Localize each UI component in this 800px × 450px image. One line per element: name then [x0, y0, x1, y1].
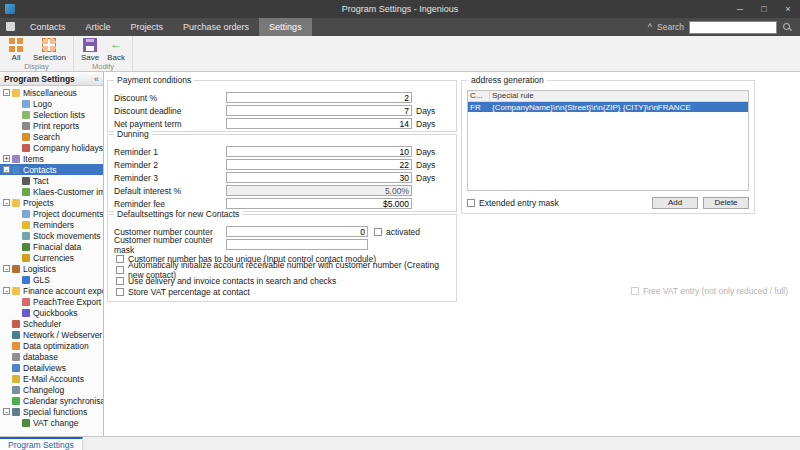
tree-item-project-documents[interactable]: Project documents: [0, 208, 103, 219]
printer-icon: [22, 122, 30, 130]
tree-item-stock-movements[interactable]: Stock movements: [0, 230, 103, 241]
customer-number-counter-input[interactable]: [226, 226, 368, 237]
customer-number-has-to-be-unique-input-c-checkbox[interactable]: [116, 255, 124, 263]
tree-item-logistics[interactable]: -Logistics: [0, 263, 103, 274]
tree-item-scheduler[interactable]: Scheduler: [0, 318, 103, 329]
all-button[interactable]: All: [3, 37, 29, 62]
search-input[interactable]: [689, 21, 777, 34]
expander-icon[interactable]: -: [3, 199, 10, 206]
tree-item-vat-change[interactable]: VAT change: [0, 417, 103, 428]
tree-item-label: Scheduler: [23, 319, 61, 329]
tree-item-contacts[interactable]: -Contacts: [0, 164, 103, 175]
tree-item-finance-account-export[interactable]: -Finance account export: [0, 285, 103, 296]
minimize-button[interactable]: ─: [728, 0, 752, 18]
tree-item-finacial-data[interactable]: Finacial data: [0, 241, 103, 252]
tree-item-search[interactable]: Search: [0, 131, 103, 142]
tree-item-label: E-Mail Accounts: [23, 374, 84, 384]
menu-tab-article[interactable]: Article: [76, 18, 121, 36]
default-interest-input[interactable]: [226, 185, 412, 196]
tree-item-miscellaneous[interactable]: -Miscellaneous: [0, 87, 103, 98]
delete-button[interactable]: Delete: [703, 197, 749, 209]
address-rule-row-fr[interactable]: FR{CompanyName}\r\n{Street}\r\n{ZIP} {CI…: [468, 102, 748, 112]
quickbooks-icon: [22, 309, 30, 317]
tree-item-label: Finacial data: [33, 242, 81, 252]
discount-deadline-input[interactable]: [226, 105, 412, 116]
tree-item-selection-lists[interactable]: Selection lists: [0, 109, 103, 120]
save-button[interactable]: Save: [77, 37, 103, 62]
reminder-fee-input[interactable]: [226, 198, 412, 209]
reminder-1-input[interactable]: [226, 146, 412, 157]
expander-spacer: [3, 353, 10, 360]
expander-spacer: [13, 254, 20, 261]
tree-item-logo[interactable]: Logo: [0, 98, 103, 109]
expander-spacer: [3, 331, 10, 338]
collapse-ribbon-icon[interactable]: ^: [648, 22, 652, 32]
ribbon-button-label: All: [12, 53, 21, 62]
discount-input[interactable]: [226, 92, 412, 103]
expander-icon[interactable]: -: [3, 408, 10, 415]
expander-icon[interactable]: -: [3, 166, 10, 173]
phone-icon: [22, 177, 30, 185]
settings-tree: -MiscellaneousLogoSelection listsPrint r…: [0, 86, 103, 436]
tree-item-company-holidays[interactable]: Company holidays: [0, 142, 103, 153]
tree-item-quickbooks[interactable]: Quickbooks: [0, 307, 103, 318]
tree-item-detailviews[interactable]: Detailviews: [0, 362, 103, 373]
tree-item-items[interactable]: +Items: [0, 153, 103, 164]
search-icon[interactable]: [782, 22, 792, 32]
changelog-icon: [12, 386, 20, 394]
tree-item-changelog[interactable]: Changelog: [0, 384, 103, 395]
tree-item-peachtree-export[interactable]: PeachTree Export: [0, 296, 103, 307]
financial-icon: [22, 243, 30, 251]
expander-spacer: [3, 386, 10, 393]
menu-tab-purchase-orders[interactable]: Purchase orders: [173, 18, 259, 36]
back-button[interactable]: ←Back: [103, 37, 129, 62]
tree-item-calendar-synchronisation[interactable]: Calendar synchronisation: [0, 395, 103, 406]
maximize-button[interactable]: □: [752, 0, 776, 18]
titlebar: Program Settings - Ingenious ─ □ ×: [0, 0, 800, 18]
store-vat-percentage-at-contact-checkbox[interactable]: [116, 288, 124, 296]
use-delivery-and-invoice-contacts-in-sea-checkbox[interactable]: [116, 277, 124, 285]
tree-item-data-optimization[interactable]: Data optimization: [0, 340, 103, 351]
menu-tab-projects[interactable]: Projects: [121, 18, 174, 36]
activated-checkbox[interactable]: [374, 228, 382, 236]
tree-item-e-mail-accounts[interactable]: E-Mail Accounts: [0, 373, 103, 384]
sidebar-title: Program Settings: [4, 74, 75, 84]
field-label: Discount deadline: [114, 106, 226, 116]
automatically-initialize-account-receiva-checkbox[interactable]: [116, 266, 124, 274]
app-menu-icon[interactable]: [6, 22, 15, 31]
menu-tab-settings[interactable]: Settings: [259, 18, 312, 36]
menu-tab-contacts[interactable]: Contacts: [20, 18, 76, 36]
ribbon-button-label: Selection: [33, 53, 66, 62]
tree-item-network-webserver[interactable]: Network / Webserver: [0, 329, 103, 340]
reminder-3-input[interactable]: [226, 172, 412, 183]
tree-item-reminders[interactable]: Reminders: [0, 219, 103, 230]
tree-item-currencies[interactable]: Currencies: [0, 252, 103, 263]
peachtree-icon: [22, 298, 30, 306]
expander-icon[interactable]: -: [3, 287, 10, 294]
items-icon: [12, 155, 20, 163]
ribbon-button-label: Save: [81, 53, 99, 62]
tree-item-gls[interactable]: GLS: [0, 274, 103, 285]
extended-entry-mask-checkbox[interactable]: [467, 199, 475, 207]
sidebar-collapse-button[interactable]: «: [94, 74, 99, 84]
tree-item-print-reports[interactable]: Print reports: [0, 120, 103, 131]
add-button[interactable]: Add: [652, 197, 698, 209]
column-header-country[interactable]: C...: [468, 91, 490, 101]
tree-item-database[interactable]: database: [0, 351, 103, 362]
selection-button[interactable]: Selection: [29, 37, 70, 62]
tree-item-tact[interactable]: Tact: [0, 175, 103, 186]
net-payment-term-input[interactable]: [226, 118, 412, 129]
statusbar-tab-program-settings[interactable]: Program Settings: [0, 437, 83, 450]
tree-item-label: Logo: [33, 99, 52, 109]
tree-item-projects[interactable]: -Projects: [0, 197, 103, 208]
customer-number-counter-mask-input[interactable]: [226, 239, 368, 250]
expander-icon[interactable]: -: [3, 265, 10, 272]
address-table-header: C... Special rule: [468, 91, 748, 102]
column-header-special-rule[interactable]: Special rule: [490, 91, 748, 101]
reminder-2-input[interactable]: [226, 159, 412, 170]
tree-item-klaes-customer-import[interactable]: Klaes-Customer import: [0, 186, 103, 197]
expander-icon[interactable]: -: [3, 89, 10, 96]
close-button[interactable]: ×: [776, 0, 800, 18]
expander-icon[interactable]: +: [3, 155, 10, 162]
tree-item-special-functions[interactable]: -Special functions: [0, 406, 103, 417]
